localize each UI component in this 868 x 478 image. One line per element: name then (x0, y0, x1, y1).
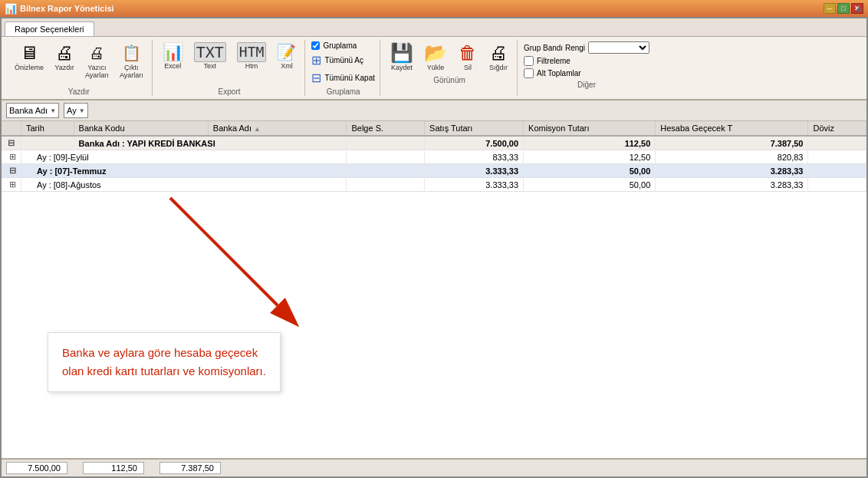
minimize-button[interactable]: ─ (824, 3, 836, 14)
tumunu-ac-icon: ⊞ (311, 53, 321, 68)
table-container: Tarih Banka Kodu Banka Adı ▲ Belge S. (2, 121, 866, 458)
gruplama-cb-row: Gruplama (311, 41, 375, 50)
row-tarih (21, 136, 74, 150)
row-belge (347, 178, 425, 192)
ribbon-group-gorunum: 💾 Kaydet 📂 Yükle 🗑 Sil 🖨 Sığdır Görünüm (382, 40, 518, 96)
export-buttons: 📊 Excel TXT Text HTM Htm 📝 Xml (159, 40, 301, 85)
ribbon-group-diger: Grup Bandı Rengi Filtreleme Alt Toplamla… (519, 40, 654, 96)
filtreleme-label: Filtreleme (537, 57, 570, 65)
row-expand-cell[interactable]: ⊞ (2, 178, 21, 192)
tab-scroll-right[interactable]: ▲ (854, 3, 863, 14)
col-satis-tutari[interactable]: Satış Tutarı (425, 121, 524, 136)
row-doviz (808, 178, 866, 192)
onizleme-button[interactable]: 🖥 Önizleme (11, 40, 48, 74)
text-label: Text (204, 62, 217, 70)
text-icon: TXT (194, 42, 226, 62)
footer-komisyon-tutari: 112,50 (83, 462, 144, 474)
gorunum-buttons: 💾 Kaydet 📂 Yükle 🗑 Sil 🖨 Sığdır (386, 40, 512, 74)
col-banka-adi[interactable]: Banka Adı ▲ (208, 121, 347, 136)
cikti-ayarlari-button[interactable]: 📋 Çıktı Ayarları (116, 40, 147, 81)
yazdir-buttons: 🖥 Önizleme 🖨 Yazdır 🖨 Yazıcı Ayarları 📋 … (11, 40, 147, 85)
row-komisyon: 12,50 (524, 150, 656, 164)
main-window: Rapor Seçenekleri ▲ 🖥 Önizleme 🖨 Yazdır … (0, 17, 868, 478)
tumunu-kapat-label[interactable]: Tümünü Kapat (324, 74, 375, 82)
row-expand-cell[interactable]: ⊞ (2, 150, 21, 164)
footer-hesaba-gececek: 7.387,50 (159, 462, 221, 474)
excel-label: Excel (164, 62, 181, 70)
col-komisyon-tutari[interactable]: Komisyon Tutarı (524, 121, 656, 136)
ribbon-group-export: 📊 Excel TXT Text HTM Htm 📝 Xml Export (154, 40, 306, 96)
alt-toplamlar-row: Alt Toplamlar (524, 68, 649, 78)
yukle-label: Yükle (427, 64, 445, 71)
col-expand (2, 121, 21, 136)
alt-toplamlar-checkbox[interactable] (524, 68, 534, 78)
load-icon: 📂 (424, 42, 447, 64)
tumunu-ac-label[interactable]: Tümünü Aç (324, 56, 363, 64)
yazdir-group-label: Yazdır (68, 87, 90, 96)
annotation-container: Banka ve aylara göre hesaba geçecek olan… (48, 183, 431, 443)
banka-adi-filter[interactable]: Banka Adı ▼ (6, 103, 59, 118)
sil-button[interactable]: 🗑 Sil (454, 40, 482, 74)
yukle-button[interactable]: 📂 Yükle (420, 40, 451, 74)
yazdir-button[interactable]: 🖨 Yazdır (51, 40, 78, 74)
ribbon-group-gruplama: Gruplama ⊞ Tümünü Aç ⊟ Tümünü Kapat Grup… (307, 40, 380, 96)
sort-icon: ▲ (254, 125, 261, 133)
col-hesaba-gececek[interactable]: Hesaba Geçecek T (656, 121, 808, 136)
row-hesaba: 3.283,33 (656, 164, 808, 178)
ribbon: 🖥 Önizleme 🖨 Yazdır 🖨 Yazıcı Ayarları 📋 … (2, 37, 866, 101)
row-doviz (808, 136, 866, 150)
col-banka-kodu[interactable]: Banka Kodu (74, 121, 208, 136)
row-expand-cell[interactable]: ⊟ (2, 164, 21, 178)
row-expand-cell[interactable]: ⊟ (2, 136, 21, 150)
yazici-ayarlari-button[interactable]: 🖨 Yazıcı Ayarları (81, 40, 113, 81)
ay-filter-label: Ay (67, 106, 77, 115)
row-komisyon: 50,00 (524, 178, 656, 192)
gruplama-checkbox[interactable] (311, 41, 320, 50)
ay-arrow-icon: ▼ (79, 107, 85, 114)
xml-icon: 📝 (277, 42, 296, 62)
htm-label: Htm (245, 62, 258, 70)
xml-button[interactable]: 📝 Xml (273, 40, 300, 72)
col-tarih[interactable]: Tarih (21, 121, 74, 136)
col-doviz[interactable]: Döviz (808, 121, 866, 136)
table-row: ⊟ Banka Adı : YAPI KREDİ BANKASI 7.500,0… (2, 136, 866, 150)
row-hesaba: 820,83 (656, 150, 808, 164)
alt-toplamlar-label: Alt Toplamlar (537, 69, 581, 77)
htm-button[interactable]: HTM Htm (233, 40, 271, 72)
annotation-text: Banka ve aylara göre hesaba geçecek olan… (62, 344, 266, 381)
window-title: Bilnex Rapor Yöneticisi (20, 4, 114, 13)
row-komisyon: 112,50 (524, 136, 656, 150)
excel-button[interactable]: 📊 Excel (159, 40, 187, 72)
row-komisyon: 50,00 (524, 164, 656, 178)
row-satis: 3.333,33 (425, 164, 524, 178)
col-belge-s[interactable]: Belge S. (347, 121, 425, 136)
save-icon: 💾 (390, 42, 413, 64)
filtreleme-row: Filtreleme (524, 56, 649, 66)
filtreleme-checkbox[interactable] (524, 56, 534, 66)
toolbar-bar: Banka Adı ▼ Ay ▼ (2, 101, 866, 121)
print-icon: 🖨 (55, 42, 74, 64)
kaydet-button[interactable]: 💾 Kaydet (386, 40, 417, 74)
diger-group-label: Diğer (577, 81, 596, 89)
gorunum-group-label: Görünüm (433, 76, 465, 84)
text-button[interactable]: TXT Text (190, 40, 230, 72)
sigdir-label: Sığdır (489, 64, 508, 71)
tab-bar: Rapor Seçenekleri ▲ (2, 18, 866, 37)
row-hesaba: 7.387,50 (656, 136, 808, 150)
fit-icon: 🖨 (489, 42, 508, 64)
gruplama-area: Gruplama ⊞ Tümünü Aç ⊟ Tümünü Kapat (311, 40, 375, 85)
row-belge (347, 164, 425, 178)
ay-filter[interactable]: Ay ▼ (64, 103, 88, 118)
excel-icon: 📊 (163, 42, 183, 62)
preview-icon: 🖥 (20, 42, 38, 64)
tab-rapor-secenekleri[interactable]: Rapor Seçenekleri (5, 21, 94, 36)
title-bar-left: 📊 Bilnex Rapor Yöneticisi (5, 3, 114, 15)
cikti-ayarlari-label: Çıktı Ayarları (120, 64, 143, 79)
row-hesaba: 3.283,33 (656, 178, 808, 192)
data-table: Tarih Banka Kodu Banka Adı ▲ Belge S. (2, 121, 866, 192)
maximize-button[interactable]: □ (837, 3, 850, 14)
grup-bandi-select[interactable] (588, 41, 649, 54)
printer-settings-icon: 🖨 (89, 42, 104, 64)
sigdir-button[interactable]: 🖨 Sığdır (485, 40, 512, 74)
yazdir-label: Yazdır (54, 64, 74, 71)
